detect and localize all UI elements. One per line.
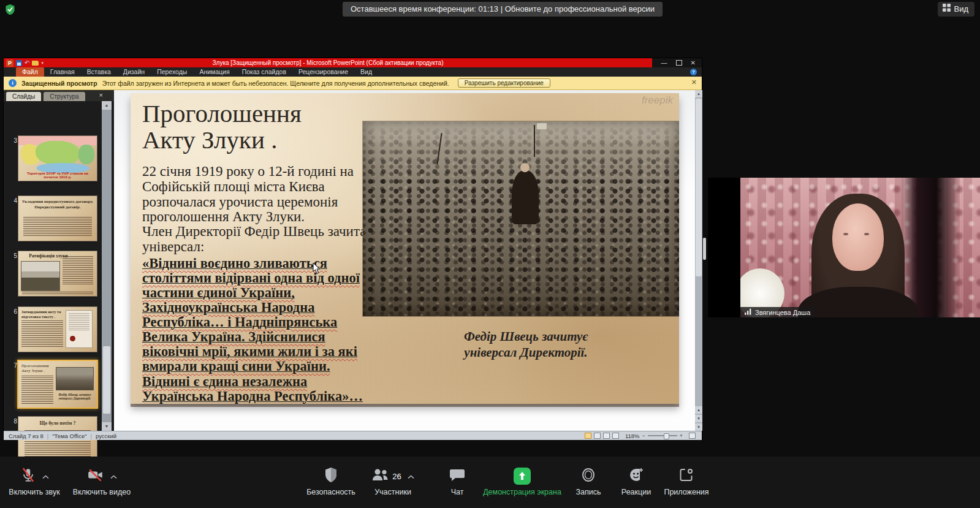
thumb-title: Акту Злуки . — [21, 368, 48, 373]
normal-view-icon[interactable] — [585, 433, 591, 439]
map-region — [36, 141, 80, 165]
meeting-time-banner[interactable]: Оставшееся время конференции: 01:13 | Об… — [343, 2, 663, 17]
share-screen-label: Демонстрация экрана — [483, 488, 561, 496]
status-bar: Слайд 7 из 8 | "Тема Office" | русский 1… — [4, 431, 702, 440]
video-panel-handle[interactable] — [703, 238, 706, 260]
slide-thumbnail-6[interactable]: Затвердження акту та підготовка тексту . — [18, 307, 97, 352]
fit-to-window-icon[interactable] — [689, 433, 696, 439]
apps-button[interactable]: Приложения — [662, 467, 711, 496]
security-button[interactable]: Безопасность — [303, 467, 359, 496]
thumb-title: Укладення передвступного договору. — [21, 199, 94, 205]
eye — [843, 233, 848, 235]
chat-button[interactable]: Чат — [439, 467, 476, 496]
ribbon-tab-bar: Файл Главная Вставка Дизайн Переходы Ани… — [4, 67, 702, 77]
thumb-number: 8 — [9, 418, 17, 425]
start-video-button[interactable]: Включить видео — [69, 467, 135, 496]
thumb-text-lines — [21, 320, 63, 347]
help-icon[interactable]: ? — [690, 69, 697, 75]
powerpoint-window: P ↶ ▾ Злука [Защищенный просмотр] - Micr… — [4, 58, 702, 439]
record-label: Запись — [575, 488, 601, 496]
scroll-down-icon[interactable]: ▼ — [695, 423, 702, 431]
scroll-up-icon[interactable]: ▲ — [102, 101, 112, 110]
ribbon-tab-design[interactable]: Дизайн — [117, 67, 151, 77]
restore-button[interactable] — [676, 60, 682, 66]
protected-view-message: Этот файл загружен из Интернета и может … — [102, 80, 449, 87]
slideshow-view-icon[interactable] — [612, 433, 619, 439]
participants-chevron[interactable] — [408, 471, 414, 482]
participant-name: Звягинцева Даша — [755, 309, 810, 316]
ribbon-tab-animations[interactable]: Анимация — [193, 67, 235, 77]
participants-label: Участники — [374, 488, 411, 496]
ribbon-tab-file[interactable]: Файл — [16, 67, 44, 77]
video-options-chevron[interactable] — [110, 471, 117, 482]
ribbon-tab-insert[interactable]: Вставка — [81, 67, 117, 77]
scroll-up-icon[interactable]: ▲ — [695, 90, 702, 97]
scrollbar-thumb[interactable] — [103, 346, 110, 414]
zoom-toolbar: Включить звук Включить видео Безопасност… — [0, 457, 980, 508]
banner-close-icon[interactable]: ✕ — [691, 78, 697, 86]
titlebar-red-stripe: P ↶ ▾ Злука [Защищенный просмотр] - Micr… — [4, 58, 652, 67]
info-icon: i — [9, 79, 17, 87]
historical-crowd-photo — [363, 121, 679, 316]
scroll-down-icon[interactable]: ▼ — [102, 422, 112, 431]
current-slide: Проголошення Акту Злуки . 22 січня 1919 … — [131, 93, 679, 404]
thumb-number: 4 — [9, 197, 17, 204]
speaker-figure — [512, 170, 539, 224]
ribbon-tab-review[interactable]: Рецензирование — [292, 67, 354, 77]
thumb-text-lines — [21, 376, 53, 404]
audio-options-chevron[interactable] — [42, 471, 49, 482]
zoom-out-icon[interactable]: − — [642, 433, 645, 439]
unmute-label: Включить звук — [9, 488, 59, 496]
ribbon-tab-slideshow[interactable]: Показ слайдов — [236, 67, 292, 77]
tab-outline[interactable]: Структура — [44, 92, 85, 101]
mouse-cursor — [313, 262, 321, 277]
ribbon-tab-transitions[interactable]: Переходы — [151, 67, 193, 77]
reactions-smiley-icon — [628, 467, 644, 485]
previous-slide-icon[interactable]: ▲ — [695, 406, 702, 414]
scrollbar-thumb[interactable] — [696, 99, 702, 276]
slide-thumbnail-5[interactable]: Ратифікація злуки — [18, 251, 97, 296]
reading-view-icon[interactable] — [603, 433, 610, 439]
audio-signal-icon — [745, 308, 752, 316]
close-button[interactable]: ✕ — [691, 58, 696, 67]
powerpoint-titlebar[interactable]: P ↶ ▾ Злука [Защищенный просмотр] - Micr… — [4, 58, 702, 67]
slide-thumbnail-7-selected[interactable]: Проголошення Акту Злуки . Федір Швець за… — [18, 361, 97, 408]
thumb-title: Передвступний договір. — [21, 205, 94, 210]
sorter-view-icon[interactable] — [594, 433, 601, 439]
thumb-document — [66, 311, 92, 347]
reactions-button[interactable]: Реакции — [618, 467, 655, 496]
participant-video-panel[interactable] — [708, 178, 980, 317]
ribbon-tab-home[interactable]: Главная — [44, 67, 81, 77]
thumb-text-lines — [63, 256, 93, 286]
zoom-in-icon[interactable]: + — [680, 433, 683, 439]
wax-seal — [70, 336, 75, 341]
record-button[interactable]: Запись — [570, 467, 607, 496]
panel-close-icon[interactable]: × — [99, 91, 103, 99]
watermark: freepik — [642, 94, 673, 107]
participants-button[interactable]: 26 Участники — [363, 467, 422, 496]
unmute-button[interactable]: Включить звук — [4, 467, 65, 496]
slide-thumbnail-4[interactable]: Укладення передвступного договору. Перед… — [18, 196, 97, 241]
protected-view-banner: i Защищенный просмотр Этот файл загружен… — [4, 77, 702, 90]
chat-bubble-icon — [449, 468, 465, 485]
main-scrollbar[interactable]: ▲ ▲ ▼ ▼ — [695, 90, 702, 431]
theme-name: "Тема Office" — [52, 433, 86, 439]
thumb-number: 7 — [9, 362, 17, 369]
flag — [537, 123, 547, 129]
language-indicator[interactable]: русский — [96, 433, 116, 439]
view-button[interactable]: Вид — [938, 2, 974, 17]
share-screen-button[interactable]: Демонстрация экрана — [479, 467, 565, 496]
minimize-button[interactable]: — — [661, 58, 667, 67]
enable-editing-button[interactable]: Разрешить редактирование — [458, 78, 550, 88]
zoom-slider-knob[interactable] — [664, 433, 669, 439]
tab-slides[interactable]: Слайды — [6, 92, 41, 101]
share-screen-icon — [514, 468, 531, 485]
ribbon-tab-view[interactable]: Вид — [354, 67, 378, 77]
zoom-slider[interactable] — [648, 435, 677, 436]
slide-thumbnail-3[interactable]: Територія ЗУНР та УНР станом на початок … — [18, 136, 97, 181]
next-slide-icon[interactable]: ▼ — [695, 415, 702, 422]
thumb-photo — [21, 262, 59, 290]
security-shield-icon — [5, 4, 15, 18]
panel-scrollbar[interactable]: ▲ ▼ — [102, 101, 112, 431]
thumb-number: 5 — [9, 252, 17, 259]
